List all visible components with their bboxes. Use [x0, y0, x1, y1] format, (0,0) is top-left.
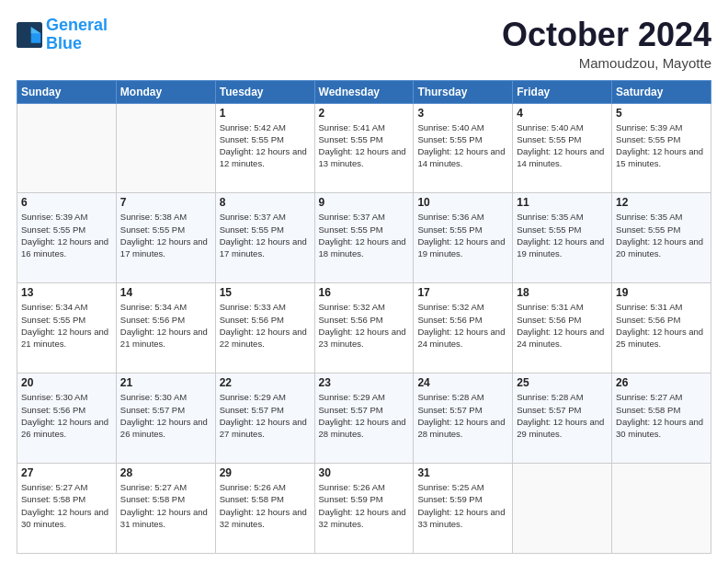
calendar-cell: 26Sunrise: 5:27 AMSunset: 5:58 PMDayligh… [612, 373, 711, 464]
calendar-cell: 31Sunrise: 5:25 AMSunset: 5:59 PMDayligh… [414, 464, 513, 554]
weekday-header: Saturday [612, 80, 711, 103]
day-info: Sunrise: 5:30 AMSunset: 5:56 PMDaylight:… [21, 391, 112, 440]
calendar-cell: 6Sunrise: 5:39 AMSunset: 5:55 PMDaylight… [17, 193, 117, 283]
day-number: 13 [21, 286, 112, 299]
day-number: 24 [417, 376, 508, 389]
title-block: October 2024 Mamoudzou, Mayotte [502, 17, 711, 71]
calendar-cell [513, 464, 612, 554]
day-number: 18 [517, 286, 608, 299]
calendar-cell: 2Sunrise: 5:41 AMSunset: 5:55 PMDaylight… [314, 103, 414, 193]
day-number: 23 [319, 376, 410, 389]
calendar-cell: 11Sunrise: 5:35 AMSunset: 5:55 PMDayligh… [513, 193, 612, 283]
calendar-cell: 27Sunrise: 5:27 AMSunset: 5:58 PMDayligh… [17, 464, 117, 554]
day-number: 29 [220, 466, 311, 479]
day-info: Sunrise: 5:28 AMSunset: 5:57 PMDaylight:… [417, 391, 508, 440]
calendar-cell: 8Sunrise: 5:37 AMSunset: 5:55 PMDaylight… [215, 193, 314, 283]
calendar-cell: 22Sunrise: 5:29 AMSunset: 5:57 PMDayligh… [215, 373, 314, 464]
day-info: Sunrise: 5:26 AMSunset: 5:59 PMDaylight:… [319, 481, 410, 530]
day-info: Sunrise: 5:31 AMSunset: 5:56 PMDaylight:… [517, 301, 608, 350]
day-info: Sunrise: 5:25 AMSunset: 5:59 PMDaylight:… [417, 481, 508, 530]
calendar-cell: 25Sunrise: 5:28 AMSunset: 5:57 PMDayligh… [513, 373, 612, 464]
calendar-cell: 1Sunrise: 5:42 AMSunset: 5:55 PMDaylight… [215, 103, 314, 193]
calendar-cell: 29Sunrise: 5:26 AMSunset: 5:58 PMDayligh… [215, 464, 314, 554]
day-info: Sunrise: 5:34 AMSunset: 5:55 PMDaylight:… [21, 301, 112, 350]
day-info: Sunrise: 5:37 AMSunset: 5:55 PMDaylight:… [319, 211, 410, 259]
calendar-cell [17, 103, 117, 193]
day-info: Sunrise: 5:40 AMSunset: 5:55 PMDaylight:… [517, 121, 608, 170]
calendar-cell [116, 103, 215, 193]
location: Mamoudzou, Mayotte [502, 55, 711, 71]
calendar-cell: 7Sunrise: 5:38 AMSunset: 5:55 PMDaylight… [116, 193, 215, 283]
page: General Blue October 2024 Mamoudzou, May… [0, 0, 728, 563]
weekday-header: Tuesday [215, 80, 314, 103]
calendar-cell: 10Sunrise: 5:36 AMSunset: 5:55 PMDayligh… [414, 193, 513, 283]
month-title: October 2024 [502, 17, 711, 53]
day-info: Sunrise: 5:36 AMSunset: 5:55 PMDaylight:… [417, 211, 508, 259]
day-number: 11 [517, 196, 608, 209]
day-number: 7 [120, 196, 211, 209]
day-info: Sunrise: 5:35 AMSunset: 5:55 PMDaylight:… [616, 211, 707, 259]
day-info: Sunrise: 5:27 AMSunset: 5:58 PMDaylight:… [616, 391, 707, 440]
day-info: Sunrise: 5:32 AMSunset: 5:56 PMDaylight:… [319, 301, 410, 350]
day-number: 27 [21, 466, 112, 479]
day-number: 9 [319, 196, 410, 209]
day-number: 26 [616, 376, 707, 389]
day-number: 2 [319, 107, 410, 120]
day-info: Sunrise: 5:27 AMSunset: 5:58 PMDaylight:… [21, 481, 112, 530]
day-number: 5 [616, 107, 707, 120]
calendar-cell: 17Sunrise: 5:32 AMSunset: 5:56 PMDayligh… [414, 283, 513, 373]
calendar-cell: 12Sunrise: 5:35 AMSunset: 5:55 PMDayligh… [612, 193, 711, 283]
calendar-cell: 30Sunrise: 5:26 AMSunset: 5:59 PMDayligh… [314, 464, 414, 554]
day-number: 25 [517, 376, 608, 389]
day-number: 16 [319, 286, 410, 299]
day-info: Sunrise: 5:33 AMSunset: 5:56 PMDaylight:… [220, 301, 311, 350]
weekday-header: Friday [513, 80, 612, 103]
day-number: 1 [220, 107, 311, 120]
calendar-cell: 4Sunrise: 5:40 AMSunset: 5:55 PMDaylight… [513, 103, 612, 193]
logo: General Blue [17, 17, 108, 53]
calendar-cell: 3Sunrise: 5:40 AMSunset: 5:55 PMDaylight… [414, 103, 513, 193]
calendar-table: SundayMondayTuesdayWednesdayThursdayFrid… [17, 80, 711, 554]
weekday-header: Sunday [17, 80, 117, 103]
day-info: Sunrise: 5:38 AMSunset: 5:55 PMDaylight:… [120, 211, 211, 259]
calendar-cell: 23Sunrise: 5:29 AMSunset: 5:57 PMDayligh… [314, 373, 414, 464]
day-info: Sunrise: 5:32 AMSunset: 5:56 PMDaylight:… [417, 301, 508, 350]
day-info: Sunrise: 5:26 AMSunset: 5:58 PMDaylight:… [220, 481, 311, 530]
logo-icon [17, 22, 42, 48]
calendar-cell: 15Sunrise: 5:33 AMSunset: 5:56 PMDayligh… [215, 283, 314, 373]
calendar-cell: 24Sunrise: 5:28 AMSunset: 5:57 PMDayligh… [414, 373, 513, 464]
calendar-cell: 18Sunrise: 5:31 AMSunset: 5:56 PMDayligh… [513, 283, 612, 373]
day-number: 21 [120, 376, 211, 389]
day-info: Sunrise: 5:35 AMSunset: 5:55 PMDaylight:… [517, 211, 608, 259]
calendar-cell: 14Sunrise: 5:34 AMSunset: 5:56 PMDayligh… [116, 283, 215, 373]
day-number: 15 [220, 286, 311, 299]
calendar-cell: 21Sunrise: 5:30 AMSunset: 5:57 PMDayligh… [116, 373, 215, 464]
calendar-cell: 20Sunrise: 5:30 AMSunset: 5:56 PMDayligh… [17, 373, 117, 464]
calendar-cell [612, 464, 711, 554]
day-number: 30 [319, 466, 410, 479]
logo-line1: General [46, 16, 108, 34]
header: General Blue October 2024 Mamoudzou, May… [17, 17, 711, 71]
day-info: Sunrise: 5:41 AMSunset: 5:55 PMDaylight:… [319, 121, 410, 170]
day-number: 20 [21, 376, 112, 389]
day-number: 4 [517, 107, 608, 120]
day-info: Sunrise: 5:40 AMSunset: 5:55 PMDaylight:… [417, 121, 508, 170]
calendar-cell: 13Sunrise: 5:34 AMSunset: 5:55 PMDayligh… [17, 283, 117, 373]
day-number: 19 [616, 286, 707, 299]
day-info: Sunrise: 5:34 AMSunset: 5:56 PMDaylight:… [120, 301, 211, 350]
calendar-cell: 5Sunrise: 5:39 AMSunset: 5:55 PMDaylight… [612, 103, 711, 193]
day-info: Sunrise: 5:31 AMSunset: 5:56 PMDaylight:… [616, 301, 707, 350]
day-info: Sunrise: 5:30 AMSunset: 5:57 PMDaylight:… [120, 391, 211, 440]
calendar-cell: 19Sunrise: 5:31 AMSunset: 5:56 PMDayligh… [612, 283, 711, 373]
day-number: 8 [220, 196, 311, 209]
day-info: Sunrise: 5:39 AMSunset: 5:55 PMDaylight:… [616, 121, 707, 170]
day-info: Sunrise: 5:27 AMSunset: 5:58 PMDaylight:… [120, 481, 211, 530]
logo-text: General Blue [46, 17, 108, 53]
weekday-header: Thursday [414, 80, 513, 103]
day-number: 6 [21, 196, 112, 209]
calendar-cell: 16Sunrise: 5:32 AMSunset: 5:56 PMDayligh… [314, 283, 414, 373]
day-number: 31 [417, 466, 508, 479]
day-info: Sunrise: 5:42 AMSunset: 5:55 PMDaylight:… [220, 121, 311, 170]
day-number: 10 [417, 196, 508, 209]
weekday-header: Monday [116, 80, 215, 103]
